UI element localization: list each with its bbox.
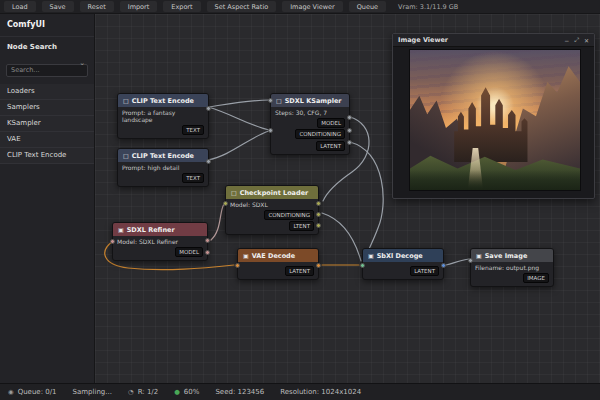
- input-port[interactable]: [110, 239, 115, 244]
- node-sdxl-ksampler[interactable]: □ SDXL KSampler Steps: 30, CFG, 7 MODEL …: [270, 93, 350, 155]
- export-button[interactable]: Export: [163, 1, 200, 12]
- node-vae-decode[interactable]: ▣ VAE Decode LATENT: [237, 248, 319, 280]
- vram-indicator: Vram: 3.1/11.9 GB: [398, 3, 458, 11]
- input-port-latent[interactable]: [360, 263, 365, 268]
- output-label-latent: LATENT: [410, 266, 439, 276]
- status-text: Sampling...: [73, 388, 112, 396]
- node-header[interactable]: □ Checkpoint Loader: [226, 186, 318, 199]
- image-viewer-titlebar[interactable]: Image Viewer − ⤢ ✕: [393, 34, 594, 47]
- progress-dot-icon: ●: [174, 388, 180, 396]
- node-clip-text-encode-1[interactable]: □ CLIP Text Encode Prompt: a fantasy lan…: [117, 93, 209, 139]
- output-port-latent[interactable]: [316, 223, 321, 228]
- output-port-model-2[interactable]: [205, 250, 210, 255]
- node-save-image[interactable]: ▣ Save Image Filename: output.png IMAGE: [470, 248, 554, 287]
- node-type-icon: ▣: [243, 253, 249, 259]
- queue-status: ◉ Queue: 0/1: [8, 388, 57, 396]
- timer-icon: ◔: [128, 388, 134, 396]
- output-label-conditioning: CONDITIONING: [264, 210, 314, 220]
- seed-value: Seed: 123456: [215, 388, 264, 396]
- node-title: SDXL KSampler: [285, 97, 342, 105]
- node-type-icon: □: [231, 190, 237, 196]
- expand-icon[interactable]: ⤢: [574, 36, 579, 44]
- image-viewer-button[interactable]: Image Viewer: [282, 1, 343, 12]
- save-button[interactable]: Save: [42, 1, 74, 12]
- output-label-model: MODEL: [175, 247, 203, 257]
- node-type-icon: ▣: [476, 253, 482, 259]
- output-label-latent: LATENT: [316, 141, 345, 151]
- sidebar-item-vae[interactable]: VAE: [0, 132, 94, 148]
- iteration-status: ◔ R: 1/2: [128, 388, 158, 396]
- node-param-model[interactable]: Model: SDXL Refiner: [117, 238, 203, 245]
- progress-status: ● 60%: [174, 388, 199, 396]
- output-port-model[interactable]: [347, 115, 352, 120]
- comfyui-app: Load Save Reset Import Export Set Aspect…: [0, 0, 600, 400]
- queue-icon: ◉: [8, 388, 14, 396]
- node-type-icon: ▣: [118, 227, 124, 233]
- input-port-image[interactable]: [468, 258, 473, 263]
- output-port-model[interactable]: [316, 201, 321, 206]
- progress-percent: 60%: [184, 388, 200, 396]
- node-header[interactable]: ▣ VAE Decode: [238, 249, 318, 262]
- node-title: SbXl Decoge: [377, 252, 423, 260]
- sidebar-item-loaders[interactable]: Loaders: [0, 84, 94, 100]
- iteration-count: R: 1/2: [138, 388, 159, 396]
- output-port-conditioning[interactable]: [347, 128, 352, 133]
- output-port-text[interactable]: [206, 106, 211, 111]
- input-port-model[interactable]: [223, 201, 228, 206]
- input-port-latent[interactable]: [235, 263, 240, 268]
- resolution-status: Resolution: 1024x1024: [280, 388, 361, 396]
- node-type-icon: □: [276, 98, 282, 104]
- node-title: Save Image: [485, 252, 528, 260]
- input-label-image: IMAGE: [523, 273, 549, 283]
- input-port-negative[interactable]: [268, 128, 273, 133]
- input-port-positive[interactable]: [268, 98, 273, 103]
- node-title: Checkpoint Loader: [240, 189, 309, 197]
- node-param-filename[interactable]: Filename: output.png: [475, 264, 549, 271]
- image-viewer-panel[interactable]: Image Viewer − ⤢ ✕: [392, 33, 595, 199]
- sidebar-item-clip-text-encode[interactable]: CLIP Text Encode: [0, 148, 94, 164]
- node-param-prompt[interactable]: Prompt: high detail: [122, 164, 204, 171]
- node-header[interactable]: ▣ Save Image: [471, 249, 553, 262]
- node-checkpoint-loader[interactable]: □ Checkpoint Loader Model: SDXL CONDITIO…: [225, 185, 319, 235]
- close-icon[interactable]: ✕: [584, 37, 589, 44]
- search-input[interactable]: [6, 64, 88, 77]
- output-port-model-1[interactable]: [205, 238, 210, 243]
- node-type-icon: ▣: [368, 253, 374, 259]
- load-button[interactable]: Load: [4, 1, 36, 12]
- node-search-heading: Node Search: [0, 36, 94, 56]
- node-param-model[interactable]: Model: SDXL: [230, 201, 314, 208]
- output-port-latent[interactable]: [347, 140, 352, 145]
- node-title: SDXL Refiner: [127, 226, 175, 234]
- node-header[interactable]: □ CLIP Text Encode: [118, 94, 208, 107]
- output-port-text[interactable]: [206, 159, 211, 164]
- queue-button[interactable]: Queue: [349, 1, 386, 12]
- reset-button[interactable]: Reset: [80, 1, 114, 12]
- node-header[interactable]: ▣ SDXL Refiner: [113, 223, 207, 236]
- node-param-steps-cfg[interactable]: Steps: 30, CFG, 7: [275, 109, 345, 116]
- output-port-conditioning[interactable]: [316, 212, 321, 217]
- sidebar-item-samplers[interactable]: Samplers: [0, 100, 94, 116]
- node-title: VAE Decode: [252, 252, 296, 260]
- image-foreground: [410, 170, 580, 190]
- output-label-model: MODEL: [317, 118, 345, 128]
- output-port-image[interactable]: [316, 263, 321, 268]
- node-param-prompt[interactable]: Prompt: a fantasy landscape: [122, 109, 204, 123]
- set-aspect-ratio-button[interactable]: Set Aspect Ratio: [207, 1, 277, 12]
- node-header[interactable]: ▣ SbXl Decoge: [363, 249, 443, 262]
- generated-image: [409, 49, 581, 191]
- output-label-latent: LTENT: [289, 221, 314, 231]
- node-header[interactable]: □ CLIP Text Encode: [118, 149, 208, 162]
- node-header[interactable]: □ SDXL KSampler: [271, 94, 349, 107]
- node-sdxl-refiner[interactable]: ▣ SDXL Refiner Model: SDXL Refiner MODEL: [112, 222, 208, 261]
- chevron-down-icon[interactable]: ⌄: [79, 59, 85, 67]
- node-type-icon: □: [123, 98, 129, 104]
- node-sdxl-decode[interactable]: ▣ SbXl Decoge LATENT: [362, 248, 444, 280]
- node-title: CLIP Text Encode: [132, 97, 194, 105]
- image-viewer-title: Image Viewer: [398, 36, 559, 44]
- output-port[interactable]: [441, 263, 446, 268]
- output-label-text: TEXT: [182, 125, 204, 135]
- import-button[interactable]: Import: [120, 1, 158, 12]
- sidebar-item-ksampler[interactable]: KSampler: [0, 116, 94, 132]
- minimize-icon[interactable]: −: [564, 37, 569, 44]
- node-clip-text-encode-2[interactable]: □ CLIP Text Encode Prompt: high detail T…: [117, 148, 209, 187]
